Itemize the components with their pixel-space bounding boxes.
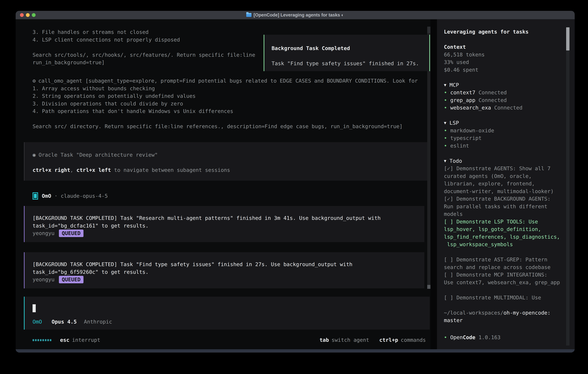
agent-block-icon: [32, 192, 38, 200]
todo-item-pending: [ ] Demonstrate MCP INTEGRATIONS: Use co…: [444, 271, 570, 286]
tab-key-hint: tab: [319, 336, 329, 344]
panel-divider: [430, 19, 437, 349]
mcp-item: • websearch_exa Connected: [444, 104, 570, 112]
mcp-section: ▼ MCP • context7 Connected • grep_app Co…: [444, 81, 570, 112]
status-dot-icon: •: [444, 89, 450, 96]
hint-key: ctrl+x left: [76, 167, 111, 173]
sidebar-scrollbar-thumb[interactable]: [566, 27, 569, 51]
message-line: [BACKGROUND TASK COMPLETED] Task "Find t…: [32, 261, 424, 268]
workspace-path: ~/local-workspaces/oh-my-opencode: maste…: [444, 309, 570, 324]
chevron-down-icon: ▼: [444, 157, 446, 165]
context-heading: Context: [444, 43, 570, 51]
opencode-window: [OpenCode] Leveraging agents for tasks ◐…: [16, 11, 575, 353]
app-version: 1.0.163: [478, 334, 501, 341]
lsp-name: eslint: [450, 142, 469, 150]
radio-circle-icon: ◉: [32, 152, 36, 158]
subagent-nav-hint: ctrl+x right, ctrl+x left to navigate be…: [32, 166, 430, 174]
esc-key-label: interrupt: [72, 336, 100, 344]
status-badge: QUEUED: [59, 229, 84, 237]
ctrlp-key-hint: ctrl+p: [379, 336, 398, 344]
model-provider: Anthropic: [84, 319, 112, 325]
window-title-group: [OpenCode] Leveraging agents for tasks ◐: [246, 12, 344, 18]
lsp-heading: LSP: [450, 119, 459, 127]
spinner-icon: [32, 339, 51, 341]
message-user: yeongyu: [32, 276, 54, 283]
status-dot-icon: •: [444, 96, 450, 104]
sidebar: Leveraging agents for tasks Context 66,5…: [437, 19, 575, 349]
window-title: [OpenCode] Leveraging agents for tasks ◐: [253, 12, 344, 18]
app-version-row: • OpenCode 1.0.163: [444, 334, 570, 341]
background-task-message: [BACKGROUND TASK COMPLETED] Task "Resear…: [24, 206, 424, 242]
lsp-item: • eslint: [444, 142, 570, 150]
sidebar-scrollbar[interactable]: [566, 27, 569, 345]
lsp-item: • markdown-oxide: [444, 127, 570, 135]
context-tokens: 66,518 tokens: [444, 51, 570, 59]
context-spent: $0.46 spent: [444, 66, 570, 74]
message-line: task_id="bg_dcfac161" to get results.: [32, 222, 424, 230]
todo-item-done: [✓] Demonstrate AGENTS: Show all 7 curat…: [444, 165, 570, 195]
content: 3. File handles or streams not closed 4.…: [16, 19, 575, 349]
status-badge: QUEUED: [59, 276, 84, 283]
toast-notification: Background Task Completed Task "Find typ…: [264, 35, 430, 71]
prompt-input[interactable]: OmO Opus 4.5 Anthropic: [24, 297, 430, 330]
lsp-name: typescript: [450, 134, 482, 142]
active-model: Opus 4.5: [52, 319, 77, 325]
lsp-name: markdown-oxide: [450, 127, 494, 135]
status-dot-icon: •: [444, 127, 450, 135]
footer-edge: [16, 352, 575, 353]
app-name-bold: Code: [463, 334, 475, 341]
mcp-status: Connected: [494, 104, 523, 112]
chevron-down-icon: ▼: [444, 119, 446, 127]
oracle-task-title-row: ◉Oracle Task "Deep architecture review": [32, 151, 430, 159]
window-footer: [16, 349, 575, 353]
workspace-repo: oh-my-opencode:: [504, 310, 551, 316]
message-meta: yeongyu QUEUED: [32, 276, 424, 283]
lsp-section: ▼ LSP • markdown-oxide • typescript •: [444, 119, 570, 150]
gear-icon: ⚙: [32, 78, 36, 84]
workspace-prefix: ~/local-workspaces/: [444, 310, 504, 316]
esc-key-hint: esc: [60, 336, 69, 344]
todo-section-toggle[interactable]: ▼ Todo: [444, 157, 462, 165]
folder-icon: [246, 13, 252, 17]
mcp-item: • grep_app Connected: [444, 96, 570, 104]
todo-item-pending: [ ] Demonstrate AST-GREP: Pattern search…: [444, 256, 570, 271]
context-section: Context 66,518 tokens 33% used $0.46 spe…: [444, 43, 570, 74]
workspace-branch: master: [444, 317, 570, 324]
oracle-task-title: Oracle Task "Deep architecture review": [39, 152, 158, 158]
app-name: Open: [450, 334, 463, 341]
mcp-name: websearch_exa: [450, 104, 491, 112]
terminal-main: 3. File handles or streams not closed 4.…: [16, 19, 430, 349]
todo-item-done: [✓] Demonstrate BACKGROUND AGENTS: Run p…: [444, 195, 570, 218]
todo-item-active: [ ] Demonstrate LSP TOOLS: Use lsp_hover…: [444, 218, 570, 248]
background-task-message: [BACKGROUND TASK COMPLETED] Task "Find t…: [24, 252, 424, 288]
message-user: yeongyu: [32, 229, 54, 237]
message-line: [BACKGROUND TASK COMPLETED] Task "Resear…: [32, 214, 424, 222]
zoom-button[interactable]: [32, 13, 36, 17]
chevron-down-icon: ▼: [444, 81, 446, 89]
status-dot-icon: •: [444, 134, 450, 142]
mcp-name: grep_app: [450, 96, 475, 104]
mcp-status: Connected: [478, 89, 507, 96]
agent-name: OmO: [42, 192, 51, 200]
notification-body: Task "Find type safety issues" finished …: [272, 60, 429, 67]
lsp-section-toggle[interactable]: ▼ LSP: [444, 119, 459, 127]
scrollbar-thumb[interactable]: [427, 285, 430, 289]
agent-tool-call: ⚙call_omo_agent [subagent_type=explore, …: [32, 77, 418, 130]
mcp-name: context7: [450, 89, 475, 96]
model-row: OmO Opus 4.5 Anthropic: [32, 318, 112, 326]
titlebar: [OpenCode] Leveraging agents for tasks ◐: [16, 11, 575, 19]
minimize-button[interactable]: [26, 13, 30, 17]
message-line: task_id="bg_6f59260c" to get results.: [32, 268, 424, 276]
close-button[interactable]: [20, 13, 24, 17]
mcp-section-toggle[interactable]: ▼ MCP: [444, 81, 459, 89]
hint-key: ctrl+x right: [32, 167, 70, 173]
status-dot-icon: •: [444, 104, 450, 112]
status-bar: esc interrupt tab switch agent ctrl+p co…: [16, 336, 430, 344]
tab-key-label: switch agent: [331, 336, 369, 344]
lsp-item: • typescript: [444, 134, 570, 142]
status-dot-icon: •: [444, 142, 450, 150]
mcp-item: • context7 Connected: [444, 89, 570, 96]
traffic-lights: [20, 11, 36, 19]
active-agent: OmO: [32, 319, 42, 325]
oracle-task-panel: ◉Oracle Task "Deep architecture review" …: [24, 142, 430, 181]
